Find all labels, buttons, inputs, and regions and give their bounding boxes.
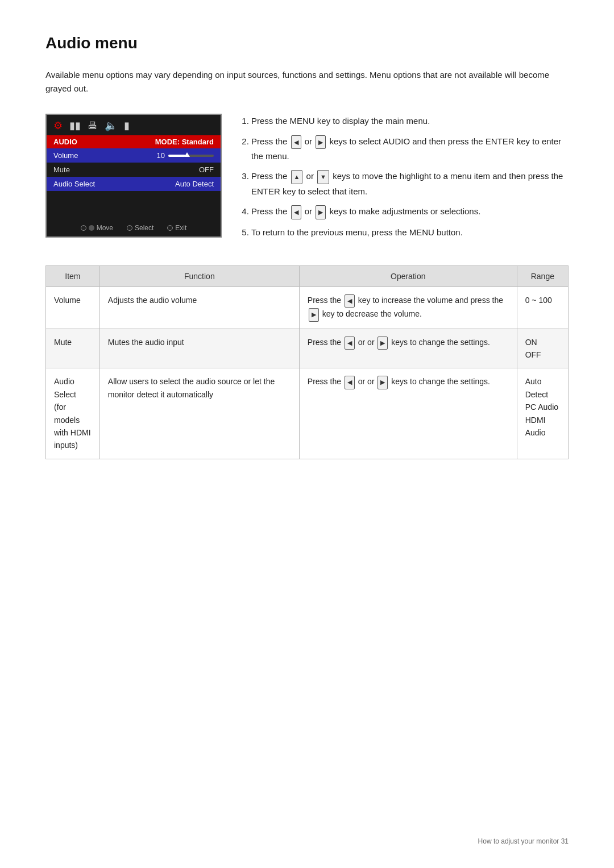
osd-icon-input: 🖶	[88, 120, 98, 132]
cell-mute-operation: Press the or or keys to change the setti…	[299, 329, 517, 368]
cell-volume-function: Adjusts the audio volume	[99, 287, 299, 329]
osd-mute-label: Mute	[53, 165, 70, 174]
osd-icon-display: ▮▮	[69, 119, 81, 132]
col-header-item: Item	[46, 266, 100, 287]
cell-volume-operation: Press the key to increase the volume and…	[299, 287, 517, 329]
osd-volume-slider: 10	[157, 151, 214, 160]
info-table: Item Function Operation Range Volume Adj…	[45, 265, 569, 459]
osd-icons-row: ⚙ ▮▮ 🖶 🔈 ▮	[47, 115, 221, 135]
key-left-2	[291, 135, 301, 149]
table-header-row: Item Function Operation Range	[46, 266, 569, 287]
btn-dot-exit	[167, 225, 173, 231]
col-header-operation: Operation	[299, 266, 517, 287]
osd-icon-audio: 🔈	[105, 119, 117, 132]
osd-row-empty1	[47, 191, 221, 205]
osd-icon-menu: ⚙	[53, 119, 63, 132]
osd-mute-value: OFF	[199, 165, 214, 174]
page-title: Audio menu	[45, 34, 569, 52]
key-left-vol	[345, 294, 355, 308]
osd-btn-exit: Exit	[167, 224, 186, 232]
btn-dot-move	[81, 225, 86, 231]
cell-audio-select-function: Allow users to select the audio source o…	[99, 368, 299, 459]
cell-audio-select-operation: Press the or or keys to change the setti…	[299, 368, 517, 459]
step-4: Press the or keys to make adjustments or…	[251, 204, 569, 219]
osd-row-mute: Mute OFF	[47, 163, 221, 177]
osd-volume-value: 10	[157, 151, 165, 160]
key-up-3	[291, 170, 303, 184]
osd-volume-label: Volume	[53, 151, 78, 160]
page-container: Audio menu Available menu options may va…	[0, 0, 614, 505]
osd-btn-select: Select	[127, 224, 154, 232]
cell-volume-item: Volume	[46, 287, 100, 329]
col-header-function: Function	[99, 266, 299, 287]
osd-row-volume: Volume 10	[47, 148, 221, 163]
or-text-mute: or	[367, 338, 374, 347]
table-row-volume: Volume Adjusts the audio volume Press th…	[46, 287, 569, 329]
key-left-mute	[345, 337, 355, 350]
steps-list: Press the MENU key to display the main m…	[240, 114, 569, 245]
btn-dot-select	[127, 225, 132, 231]
osd-audio-select-value: Auto Detect	[175, 180, 214, 188]
cell-audio-select-item: Audio Select(for modelswith HDMIinputs)	[46, 368, 100, 459]
osd-btn-move: Move	[81, 224, 113, 232]
cell-volume-range: 0 ~ 100	[517, 287, 568, 329]
key-left-4	[291, 205, 301, 219]
key-down-3	[317, 170, 329, 184]
table-head: Item Function Operation Range	[46, 266, 569, 287]
osd-footer: Move Select Exit	[47, 219, 221, 236]
osd-icon-power: ▮	[124, 119, 130, 132]
osd-btn-exit-label: Exit	[175, 224, 186, 232]
table-row-audio-select: Audio Select(for modelswith HDMIinputs) …	[46, 368, 569, 459]
btn-dot-move2	[89, 225, 94, 231]
slider-thumb	[184, 152, 190, 157]
steps-ol: Press the MENU key to display the main m…	[240, 114, 569, 239]
cell-audio-select-range: Auto DetectPC AudioHDMI Audio	[517, 368, 568, 459]
osd-btn-move-label: Move	[97, 224, 113, 232]
key-right-2	[316, 135, 326, 149]
slider-fill	[168, 155, 185, 157]
key-right-mute	[377, 337, 388, 350]
osd-row-audio-select: Audio Select Auto Detect	[47, 177, 221, 191]
table-row-mute: Mute Mutes the audio input Press the or …	[46, 329, 569, 368]
key-right-4	[316, 205, 326, 219]
osd-header: AUDIO MODE: Standard	[47, 135, 221, 148]
footer-note: How to adjust your monitor 31	[478, 837, 569, 845]
osd-row-empty2	[47, 205, 221, 219]
step-2: Press the or keys to select AUDIO and th…	[251, 134, 569, 164]
col-header-range: Range	[517, 266, 568, 287]
osd-header-right: MODE: Standard	[155, 138, 214, 146]
osd-audio-select-label: Audio Select	[53, 180, 95, 188]
table-body: Volume Adjusts the audio volume Press th…	[46, 287, 569, 459]
osd-btn-select-label: Select	[135, 224, 154, 232]
step-5: To return to the previous menu, press th…	[251, 225, 569, 240]
slider-bar	[168, 155, 214, 157]
or-text-audio: or	[367, 377, 374, 386]
content-section: ⚙ ▮▮ 🖶 🔈 ▮ AUDIO MODE: Standard Volume 1…	[45, 114, 569, 245]
key-left-audio	[345, 376, 355, 389]
cell-mute-item: Mute	[46, 329, 100, 368]
step-1: Press the MENU key to display the main m…	[251, 114, 569, 128]
key-right-vol	[309, 308, 319, 321]
intro-text: Available menu options may vary dependin…	[45, 68, 569, 95]
monitor-osd: ⚙ ▮▮ 🖶 🔈 ▮ AUDIO MODE: Standard Volume 1…	[45, 114, 222, 238]
osd-header-left: AUDIO	[53, 138, 77, 146]
step-3: Press the or keys to move the highlight …	[251, 169, 569, 198]
cell-mute-function: Mutes the audio input	[99, 329, 299, 368]
key-right-audio	[377, 376, 388, 389]
cell-mute-range: ONOFF	[517, 329, 568, 368]
